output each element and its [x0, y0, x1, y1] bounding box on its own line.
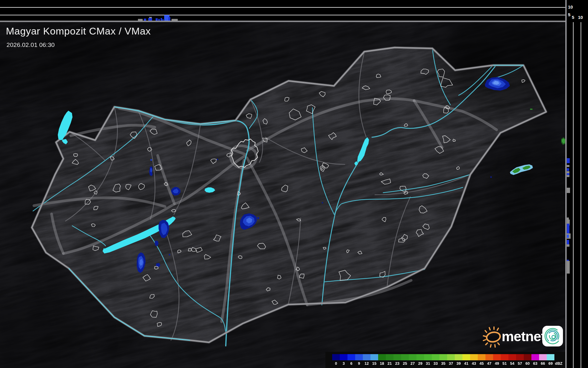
dbz-cell-39: [455, 354, 462, 360]
dbz-cell-27: [409, 354, 416, 360]
dbz-cell-35: [439, 354, 447, 360]
dbz-cell-51: [501, 354, 508, 360]
radar-screenshot: 10 5 5 10 Magyar Kompozit CMax / VMax 20…: [0, 0, 588, 368]
dbz-cell-6: [347, 354, 355, 360]
dbz-cell-33: [432, 354, 439, 360]
page-title: Magyar Kompozit CMax / VMax: [6, 25, 151, 37]
dbz-cell-31: [424, 354, 432, 360]
right-axis-label-5: 5: [572, 15, 574, 20]
radar-echo-dot-1: [217, 159, 218, 160]
top-profile-strip: [0, 0, 565, 21]
dbz-cell-63: [531, 354, 539, 360]
dbz-cell-47: [485, 354, 493, 360]
dbz-cell-69: [547, 354, 554, 360]
right-gridline-5km: [573, 22, 574, 368]
dbz-cell-25: [401, 354, 409, 360]
dbz-cell-41: [462, 354, 470, 360]
dbz-colorbar: [332, 354, 554, 360]
dbz-cell-45: [478, 354, 485, 360]
dbz-cell-18: [378, 354, 386, 360]
top-gridline-5km: [0, 15, 565, 15]
radar-map: [0, 22, 565, 368]
radar-echo-dot-3: [490, 176, 492, 178]
dbz-cell-0: [332, 354, 340, 360]
right-gridline-10km: [581, 22, 581, 368]
dbz-cell-66: [539, 354, 547, 360]
dbz-labels: 0369121518212325272931333537394143454749…: [332, 361, 566, 366]
sun-icon: [482, 325, 503, 348]
top-axis-label-10: 10: [568, 4, 573, 10]
dbz-cell-60: [524, 354, 531, 360]
logo-text: metnet: [502, 328, 545, 344]
dbz-cell-37: [447, 354, 455, 360]
radar-echo-dot-2: [322, 202, 323, 204]
right-profile-strip: [567, 0, 588, 368]
vertical-separator: [565, 0, 567, 368]
dbz-cell-3: [340, 354, 347, 360]
dbz-cell-9: [355, 354, 363, 360]
dbz-legend: 0369121518212325272931333537394143454749…: [325, 352, 565, 368]
dbz-cell-15: [370, 354, 378, 360]
dbz-cell-21: [386, 354, 393, 360]
timestamp: 2026.02.01 06:30: [6, 41, 55, 48]
metnet-app-icon: [542, 326, 563, 346]
top-gridline-10km: [0, 7, 565, 8]
dbz-cell-49: [493, 354, 501, 360]
right-axis-label-10: 10: [578, 15, 583, 20]
metnet-logo: metnet: [482, 324, 565, 349]
dbz-cell-23: [393, 354, 401, 360]
dbz-cell-43: [470, 354, 478, 360]
top-axis-label-5: 5: [568, 12, 570, 17]
dbz-cell-12: [363, 354, 370, 360]
dbz-cell-57: [516, 354, 524, 360]
horizontal-separator: [0, 21, 588, 22]
dbz-cell-54: [508, 354, 516, 360]
dbz-cell-29: [416, 354, 424, 360]
